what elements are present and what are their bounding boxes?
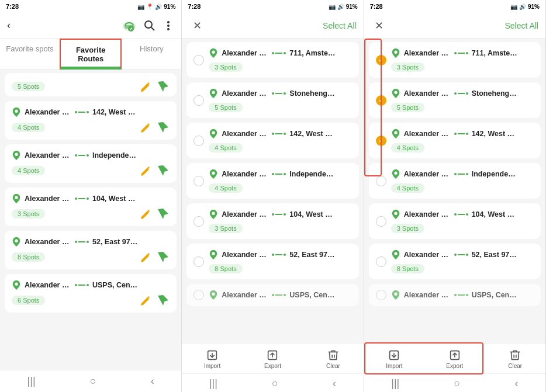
radio-unselected[interactable] [193,55,204,65]
select-all-button-2[interactable]: Select All [323,21,357,30]
time-1: 7:28 [6,3,19,10]
close-button-3[interactable]: ✕ [371,18,388,34]
radio-unselected[interactable] [376,256,386,267]
list-item[interactable]: Alexander Hamil... 142, West 76th ... 4 … [369,123,541,158]
radio-unselected[interactable] [376,176,386,186]
edit-icon[interactable] [139,121,152,134]
radio-unselected[interactable] [193,136,204,146]
edit-icon[interactable] [139,207,152,220]
route-card-top[interactable]: 5 Spots [5,73,177,96]
pin-icon [209,88,218,99]
route-actions [139,207,170,220]
list-item[interactable]: Alexander Hamil... 142, West 76th ... 4 … [186,123,358,158]
radio-selected-2[interactable] [376,95,386,106]
radio-unselected[interactable] [193,95,204,106]
radio-unselected[interactable] [193,256,204,267]
svg-point-26 [394,172,397,175]
route-from: Alexander Hamil... [404,210,451,218]
card-content: Alexander Hamil... 711, Amsterdam... 3 S… [209,48,351,72]
back-button[interactable]: ‹ [7,19,11,32]
list-item[interactable]: Alexander Hamil... Independence H... 4 S… [369,163,541,199]
route-to: USPS, Central... [92,281,139,289]
route-arrow [75,111,89,113]
tab-favorite-routes[interactable]: Favorite Routes [60,39,122,70]
edit-icon[interactable] [139,80,152,93]
export-label: Export [264,363,281,369]
clear-nav-item-3[interactable]: Clear [485,347,545,371]
route-to: 104, West 83rd ... [472,210,519,218]
radio-selected-1[interactable] [376,55,386,65]
list-item[interactable]: Alexander Hamil... 104, West 83rd ... 3 … [186,203,358,239]
import-nav-item-3[interactable]: Import [364,347,424,371]
navigate-icon[interactable] [157,294,170,307]
radio-unselected[interactable] [193,216,204,227]
spots-badge: 3 Spots [209,224,242,233]
svg-point-24 [394,91,397,94]
radio-unselected[interactable] [376,216,386,227]
navigate-icon[interactable] [157,164,170,177]
menu-icon[interactable] [163,20,174,32]
radio-unselected[interactable] [376,290,386,300]
radio-unselected[interactable] [193,176,204,186]
list-item[interactable]: Alexander Ha... 142, West 76t... 4 Spots [5,101,177,140]
list-item[interactable]: Alexander Hamil... 711, Amsterdam... 3 S… [369,42,541,78]
route-to: 52, East 97th Str... [472,251,519,259]
wifi-icon-3: 🔊 [519,4,526,10]
clear-nav-item[interactable]: Clear [303,347,363,371]
trash-icon [327,349,340,362]
list-item[interactable]: Alexander Hamil... 52, East 97th Str... … [186,244,358,279]
bottom-nav-3: Import Export Clear [364,343,545,373]
close-button-2[interactable]: ✕ [189,18,205,34]
route-actions [139,121,170,134]
edit-icon[interactable] [139,251,152,263]
card-content: Alexander Hamil... Stonehenge Tower 5 Sp… [391,88,534,112]
import-nav-item[interactable]: Import [182,347,242,371]
select-all-button-3[interactable]: Select All [504,21,538,30]
edit-icon[interactable] [139,164,152,177]
spots-badge: 5 Spots [209,103,242,112]
list-item[interactable]: Alexander Hamil... 104, West 83rd ... 3 … [369,203,541,239]
list-item[interactable]: Alexander Hamil... 711, Amsterdam... 3 S… [186,42,358,78]
svg-point-15 [212,172,215,175]
radio-selected-3[interactable] [376,136,386,146]
list-item[interactable]: Alexander Hamil... Independence H... 4 S… [186,163,358,199]
spots-badge: 3 Spots [391,63,424,72]
list-item[interactable]: Alexander Ha... 52, East 97th ... 8 Spot… [5,231,177,269]
tab-favorite-spots[interactable]: Favorite spots [0,39,60,69]
route-from: Alexander Hamil... [222,89,268,98]
route-arrow [272,92,286,95]
navigate-icon[interactable] [157,251,170,263]
list-item[interactable]: Alexander Ha... Independenc... 4 Spots [5,144,177,183]
list-item[interactable]: Alexander Hamil... Stonehenge Tower 5 Sp… [369,82,541,118]
export-nav-item-3[interactable]: Export [424,347,485,371]
list-item[interactable]: Alexander Ha... USPS, Central... 6 Spots [5,274,177,313]
list-item[interactable]: Alexander Hamil... USPS, Central P... [186,284,358,306]
svg-point-29 [394,293,397,296]
navigate-icon[interactable] [157,80,170,93]
clear-label: Clear [326,363,340,369]
svg-point-6 [167,28,170,30]
navigate-icon[interactable] [157,121,170,134]
route-arrow [454,213,468,216]
list-item[interactable]: Alexander Hamil... Stonehenge Tower 5 Sp… [186,82,358,118]
list-item[interactable]: Alexander Hamil... USPS, Central P... [369,284,541,306]
edit-icon[interactable] [139,294,152,307]
list-item[interactable]: Alexander Hamil... 52, East 97th Str... … [369,244,541,279]
radio-unselected[interactable] [193,290,204,300]
indicator-circle-3: ○ [454,377,460,390]
route-list-1: 5 Spots Alexander Ha... [0,70,181,370]
spots-badge: 5 Spots [391,103,424,112]
navigate-icon[interactable] [157,207,170,220]
route-from: Alexander Hamil... [222,251,268,259]
list-item[interactable]: Alexander Ha... 104, West 83r... 3 Spots [5,188,177,226]
route-to: Stonehenge Tower [472,89,519,98]
svg-point-16 [212,212,215,215]
card-content: Alexander Hamil... 52, East 97th Str... … [209,249,351,273]
export-nav-item[interactable]: Export [243,347,303,371]
route-arrow [454,92,468,95]
tab-history[interactable]: History [122,39,181,69]
route-actions [139,80,170,93]
pin-icon [12,107,21,117]
sync-icon[interactable] [122,19,137,32]
search-icon[interactable] [144,20,155,32]
